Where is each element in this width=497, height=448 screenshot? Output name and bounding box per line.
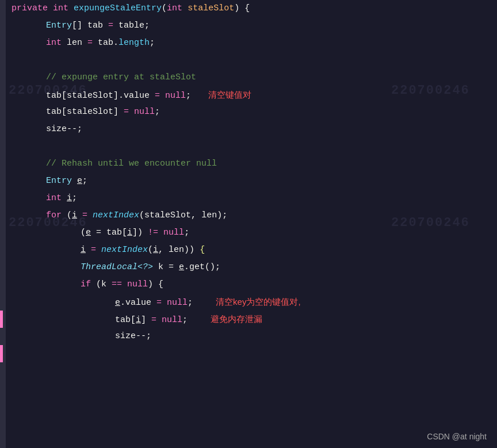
token: tab[ [115,315,136,325]
token: e [115,298,120,308]
token: != [148,228,158,238]
token: // expunge entry at staleSlot [46,72,196,82]
token [87,210,93,220]
token: = [151,315,156,325]
code-line-7: tab[staleSlot] = null ; [0,107,497,124]
token: .value [120,298,156,308]
token: = [82,210,87,220]
token: expungeStaleEntry [74,3,162,13]
code-line-6: tab[staleSlot].value = null ; 清空键值对 [0,90,497,107]
token: ) { [234,3,250,13]
token: int [53,3,68,13]
token: size-- [46,124,77,134]
token [160,91,165,101]
token [158,228,163,238]
token: [] tab [72,21,108,30]
code-container: 220700246 220700246 220700246 220700246 … [0,0,497,448]
token: e [77,176,82,186]
code-line-empty-2 [0,141,497,159]
token: = [91,245,96,255]
token: ; [146,331,151,341]
code-line-empty-1 [0,55,497,72]
token: ) { [148,279,163,289]
token: int [167,3,182,13]
code-line-19: tab[ i ] = null ; 避免内存泄漏 [0,314,497,331]
code-line-11: Entry e ; [0,176,497,193]
code-line-8: size-- ; [0,124,497,141]
code-line-5: // expunge entry at staleSlot [0,72,497,90]
token [72,176,77,186]
token: = [108,21,113,30]
token: = [155,91,160,101]
token: null [127,279,148,289]
code-line-17: if (k == null ) { [0,279,497,297]
token: ] [141,315,151,325]
token: private [12,3,48,13]
token [118,107,124,117]
token: ; [72,193,77,203]
token: ; [155,107,160,117]
token [48,3,53,13]
token [86,245,91,255]
annotation-clear-entry: 清空键值对 [208,90,251,101]
annotation-null-key-line2: 避免内存泄漏 [211,314,262,325]
code-line-1: private int expungeStaleEntry ( int stal… [0,3,497,21]
token [77,210,82,220]
token: (k [91,279,112,289]
token: null [162,315,182,325]
token: null [163,228,184,238]
token: int [46,38,62,48]
token: length [118,38,150,48]
token: table; [113,21,150,30]
code-line-15: i = nextIndex ( i , len)) { [0,245,497,262]
token: ( [62,210,72,220]
token: ( [162,3,167,13]
code-line-3: int len = tab. length ; [0,38,497,55]
token: i [127,228,132,238]
token [162,298,167,308]
token: i [72,210,77,220]
code-line-2: Entry [] tab = table; [0,21,497,38]
token: for [46,210,62,220]
token [122,279,127,289]
token: = tab[ [91,228,127,238]
annotation-null-key-line1: 清空key为空的键值对, [216,297,301,308]
token: ; [184,228,189,238]
token [62,193,67,203]
token: = [87,38,93,48]
token: .get(); [184,262,220,272]
token: tab[staleSlot].value [46,91,150,101]
token: Entry [46,21,72,30]
token: Entry [46,176,72,186]
token: ThreadLocal<?> [81,262,153,272]
code-line-18: e .value = null ; 清空key为空的键值对, [0,297,497,314]
token: e [86,228,91,238]
code-line-14: ( e = tab[ i ]) != null ; [0,228,497,245]
token: = [124,107,129,117]
code-line-12: int i ; [0,193,497,210]
token: , len)) [158,245,200,255]
token: tab. [93,38,118,48]
token: ( [148,245,153,255]
token: = [156,298,162,308]
token: ]) [132,228,148,238]
token: k = [153,262,179,272]
token [96,245,101,255]
token: (staleSlot, len); [139,210,227,220]
token: e [179,262,184,272]
code-line-10: // Rehash until we encounter null [0,159,497,176]
token [182,3,188,13]
token: nextIndex [101,245,148,255]
code-line-13: for ( i = nextIndex (staleSlot, len); [0,210,497,228]
token: ; [182,315,188,325]
token: staleSlot [188,3,234,13]
code-line-20: size-- ; [0,331,497,349]
token: tab[staleSlot] [46,107,118,117]
token: == [112,279,122,289]
token: i [136,315,141,325]
token: i [81,245,86,255]
token: i [67,193,72,203]
token: null [134,107,155,117]
token: i [153,245,158,255]
token: { [200,245,205,255]
